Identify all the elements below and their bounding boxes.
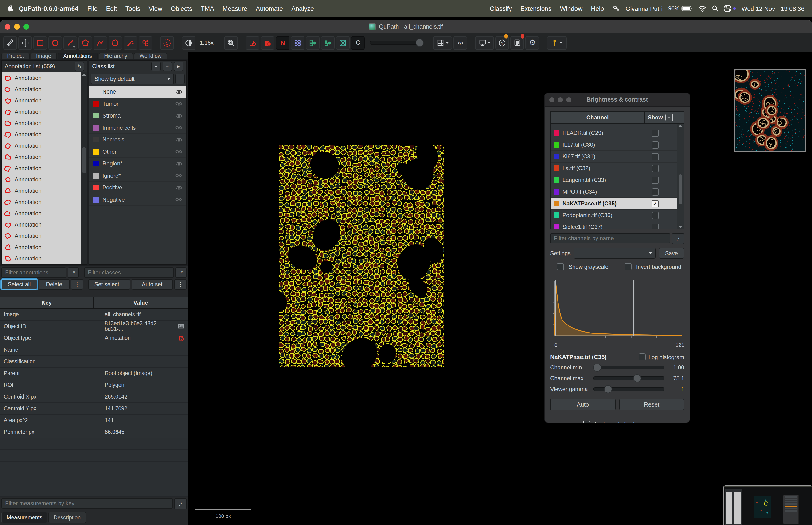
show-detections-button[interactable] <box>291 36 305 49</box>
tab-image[interactable]: Image <box>31 52 57 59</box>
filter-measurements-input[interactable] <box>1 498 173 509</box>
menu-view[interactable]: View <box>144 5 167 12</box>
channel-row[interactable]: MPO.tif (C34) <box>551 186 677 198</box>
visibility-eye-icon[interactable] <box>175 197 182 202</box>
class-more-button[interactable]: ⋮ <box>174 279 186 289</box>
annotation-row[interactable]: Annotation <box>2 230 81 242</box>
preferences-gear-button[interactable]: ⚙ <box>525 36 539 49</box>
channel-max-thumb[interactable] <box>633 374 641 382</box>
channel-min-thumb[interactable] <box>594 363 601 372</box>
channel-row[interactable]: Siglec1.tif (C37) <box>551 221 677 229</box>
class-row[interactable]: Necrosis <box>89 134 186 146</box>
set-selected-button[interactable]: Set select... <box>88 279 130 289</box>
fill-detections-button[interactable] <box>306 36 320 49</box>
menu-window[interactable]: Window <box>556 5 587 12</box>
property-row[interactable]: Classification <box>0 356 188 368</box>
channel-row[interactable]: HLADR.tif (C29) <box>551 127 677 139</box>
brush-tool[interactable] <box>109 36 122 49</box>
visibility-eye-icon[interactable] <box>175 125 182 131</box>
channel-column-header[interactable]: Channel <box>551 112 645 123</box>
class-row[interactable]: Tumor <box>89 98 186 110</box>
filter-channels-input[interactable] <box>550 233 670 243</box>
tab-hierarchy[interactable]: Hierarchy <box>98 52 133 59</box>
annotation-row[interactable]: Annotation <box>2 118 81 129</box>
property-row[interactable]: Name <box>0 344 188 356</box>
menubar-date[interactable]: Wed 12 Nov <box>741 5 775 12</box>
log-button[interactable] <box>510 36 524 49</box>
wand-tool[interactable] <box>124 36 137 49</box>
selection-mode-button[interactable]: S <box>160 36 174 49</box>
property-row[interactable]: Centroid Y px141.7092 <box>0 403 188 415</box>
menubar-app-name[interactable]: QuPath-0.6.0-arm64 <box>14 5 83 12</box>
opacity-slider[interactable] <box>370 41 422 45</box>
show-channel-viewer-button[interactable]: C <box>351 36 365 49</box>
tab-description[interactable]: Description <box>48 512 86 523</box>
annotation-row[interactable]: Annotation <box>2 253 81 264</box>
annotation-row[interactable]: Annotation <box>2 208 81 219</box>
property-row[interactable]: Centroid X px265.0142 <box>0 391 188 403</box>
control-center-icon[interactable] <box>724 5 736 12</box>
measurements-regex-button[interactable]: .* <box>174 498 186 510</box>
annotation-row[interactable]: Annotation <box>2 151 81 163</box>
image-viewer[interactable]: 100 px <box>189 52 812 525</box>
channel-row[interactable]: IL17.tif (C30) <box>551 139 677 151</box>
spotlight-search-icon[interactable] <box>712 5 719 12</box>
tab-measurements[interactable]: Measurements <box>1 512 47 523</box>
channel-show-checkbox[interactable]: ✓ <box>652 200 659 207</box>
visibility-eye-icon[interactable] <box>175 89 182 94</box>
channel-row[interactable]: Langerin.tif (C33) <box>551 174 677 186</box>
apply-to-similar-checkbox[interactable]: ✓ <box>583 421 590 423</box>
script-editor-button[interactable]: </> <box>454 36 467 49</box>
property-row[interactable]: Area px^2141 <box>0 415 188 426</box>
key-icon[interactable] <box>613 5 620 12</box>
auto-set-button[interactable]: Auto set <box>131 279 173 289</box>
menu-measure[interactable]: Measure <box>218 5 251 12</box>
properties-value-header[interactable]: Value <box>93 297 188 308</box>
property-row[interactable]: ROIPolygon <box>0 379 188 391</box>
menu-tools[interactable]: Tools <box>121 5 144 12</box>
visibility-eye-icon[interactable] <box>175 161 182 166</box>
class-row[interactable]: Negative <box>89 194 186 206</box>
channel-show-checkbox[interactable] <box>652 224 659 229</box>
annotation-row[interactable]: Annotation <box>2 72 81 84</box>
channel-row[interactable]: Podoplanin.tif (C36) <box>551 210 677 221</box>
menu-classify[interactable]: Classify <box>486 5 516 12</box>
points-tool[interactable] <box>139 36 152 49</box>
visibility-eye-icon[interactable] <box>175 185 182 190</box>
channel-show-checkbox[interactable] <box>652 153 659 160</box>
zoom-to-fit-button[interactable] <box>224 36 238 49</box>
class-row[interactable]: Ignore* <box>89 170 186 182</box>
wifi-icon[interactable] <box>698 5 706 12</box>
annotation-row[interactable]: Annotation <box>2 129 81 140</box>
menu-edit[interactable]: Edit <box>102 5 121 12</box>
annotation-row[interactable]: Annotation <box>2 242 81 253</box>
class-row[interactable]: Stroma <box>89 110 186 122</box>
show-column-header[interactable]: Show <box>648 114 663 121</box>
channel-list-scrollbar[interactable] <box>677 124 684 229</box>
property-row[interactable]: Imageall_channels.tif <box>0 309 188 320</box>
classes-regex-button[interactable]: .* <box>175 267 186 278</box>
measurement-tables-button[interactable] <box>433 36 452 49</box>
channel-show-checkbox[interactable] <box>652 177 659 183</box>
edit-annotation-button[interactable]: ✎ <box>75 62 84 71</box>
tab-project[interactable]: Project <box>1 52 30 59</box>
measure-ruler-tool[interactable] <box>3 36 17 49</box>
filter-classes-input[interactable] <box>84 267 174 278</box>
class-row[interactable]: None <box>89 86 186 98</box>
reset-button[interactable]: Reset <box>619 399 684 410</box>
line-tool[interactable] <box>63 36 77 49</box>
class-row[interactable]: Region* <box>89 158 186 170</box>
property-row[interactable]: Object ID813ed1a3-b6e3-48d2-bd31-... <box>0 320 188 332</box>
log-histogram-checkbox[interactable] <box>639 354 646 360</box>
annotation-row[interactable]: Annotation <box>2 196 81 208</box>
annotation-row[interactable]: Annotation <box>2 219 81 230</box>
channel-show-checkbox[interactable] <box>652 130 659 137</box>
annotation-row[interactable]: Annotation <box>2 140 81 151</box>
ellipse-tool[interactable] <box>48 36 62 49</box>
viewer-gamma-thumb[interactable] <box>604 385 612 393</box>
visibility-eye-icon[interactable] <box>175 113 182 118</box>
property-row[interactable]: Object typeAnnotation <box>0 332 188 344</box>
class-row[interactable]: Immune cells <box>89 122 186 134</box>
menu-extensions[interactable]: Extensions <box>516 5 556 12</box>
settings-select[interactable] <box>574 248 656 258</box>
